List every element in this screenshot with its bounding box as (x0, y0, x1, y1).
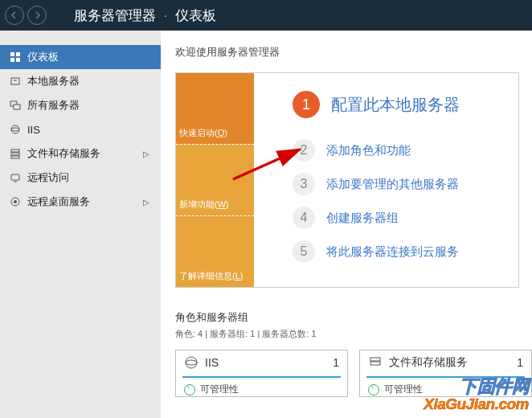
sidebar-item-label: 仪表板 (27, 50, 151, 64)
watermark-line1: 下固件网 (424, 378, 529, 395)
svg-rect-13 (11, 174, 19, 180)
welcome-title: 欢迎使用服务器管理器 (175, 45, 532, 59)
sidebar-item-label: 所有服务器 (27, 98, 151, 113)
steps-list: 1 配置此本地服务器 2 添加角色和功能 3 添加要管理的其他服务器 4 创建服… (254, 73, 518, 287)
servers-icon (10, 100, 21, 111)
server-icon (10, 76, 21, 87)
svg-rect-4 (11, 78, 19, 84)
roles-title: 角色和服务器组 (175, 310, 532, 325)
svg-rect-2 (10, 58, 14, 62)
app-title: 服务器管理器 (74, 6, 156, 25)
watermark: 下固件网 XiaGuJian.com (424, 378, 529, 413)
status-ok-icon (184, 384, 195, 395)
sidebar-item-all-servers[interactable]: 所有服务器 (0, 93, 161, 117)
svg-rect-20 (370, 358, 380, 361)
sidebar-item-label: IIS (27, 124, 151, 136)
svg-point-16 (14, 200, 17, 203)
sidebar-item-label: 远程桌面服务 (27, 195, 151, 209)
role-tile-iis[interactable]: IIS 1 可管理性 (175, 350, 348, 397)
arrow-right-icon (33, 11, 41, 19)
sidebar-item-label: 远程访问 (27, 170, 151, 185)
sidebar-item-label: 文件和存储服务 (27, 146, 151, 161)
svg-rect-7 (14, 104, 20, 109)
remote-icon (10, 172, 21, 183)
dashboard-icon (10, 51, 21, 63)
role-count: 1 (517, 356, 523, 369)
svg-point-18 (186, 357, 197, 368)
arrow-left-icon (10, 11, 18, 19)
rds-icon (10, 196, 21, 207)
sidebar-item-storage[interactable]: 文件和存储服务 ▷ (0, 141, 161, 166)
role-name: IIS (205, 356, 333, 369)
svg-point-8 (11, 125, 19, 133)
tile-learnmore[interactable]: 了解详细信息(L) (176, 215, 254, 287)
step-cloud[interactable]: 5 将此服务器连接到云服务 (293, 240, 509, 263)
quickstart-panel: 快速启动(Q) 新增功能(W) 了解详细信息(L) 1 配置此本地服务器 2 添… (175, 72, 519, 288)
svg-rect-12 (11, 156, 19, 158)
svg-rect-3 (16, 58, 20, 62)
step-number: 3 (293, 173, 315, 195)
content-area: 欢迎使用服务器管理器 快速启动(Q) 新增功能(W) 了解详细信息(L) 1 配… (161, 31, 532, 418)
storage-icon (10, 148, 21, 159)
watermark-line2: XiaGuJian.com (424, 395, 529, 413)
step-add-roles[interactable]: 2 添加角色和功能 (293, 139, 509, 162)
roles-subtitle: 角色: 4 | 服务器组: 1 | 服务器总数: 1 (175, 328, 532, 340)
step-number: 2 (293, 139, 315, 162)
chevron-right-icon: ▷ (143, 150, 149, 158)
step-text: 添加角色和功能 (326, 143, 411, 158)
step-number: 1 (293, 91, 320, 118)
tile-whatsnew[interactable]: 新增功能(W) (176, 144, 254, 215)
role-count: 1 (333, 356, 339, 369)
header-bar: 服务器管理器 · 仪表板 (0, 0, 532, 31)
iis-icon (10, 124, 21, 135)
step-add-servers[interactable]: 3 添加要管理的其他服务器 (293, 173, 509, 195)
step-text: 创建服务器组 (326, 211, 399, 226)
sidebar-item-iis[interactable]: IIS (0, 117, 161, 141)
sidebar-item-dashboard[interactable]: 仪表板 (0, 45, 161, 69)
iis-icon (184, 355, 198, 370)
svg-rect-1 (16, 52, 20, 56)
status-ok-icon (368, 384, 379, 395)
forward-button[interactable] (27, 6, 47, 25)
role-name: 文件和存储服务 (389, 355, 517, 370)
breadcrumb: 服务器管理器 · 仪表板 (74, 6, 216, 25)
step-text: 添加要管理的其他服务器 (326, 177, 459, 192)
svg-point-9 (11, 128, 19, 131)
sidebar-item-rds[interactable]: 远程桌面服务 ▷ (0, 190, 161, 214)
step-text: 配置此本地服务器 (331, 94, 460, 116)
page-title: 仪表板 (175, 6, 216, 25)
svg-rect-10 (11, 150, 19, 152)
sidebar: 仪表板 本地服务器 所有服务器 IIS 文件和存储服务 ▷ 远程访问 远程桌面服… (0, 31, 161, 418)
back-button[interactable] (5, 6, 24, 25)
tile-quickstart[interactable]: 快速启动(Q) (176, 73, 254, 144)
chevron-right-icon: ▷ (143, 198, 149, 207)
storage-icon (368, 355, 383, 370)
sidebar-item-label: 本地服务器 (27, 74, 151, 88)
svg-point-19 (186, 360, 197, 365)
tile-column: 快速启动(Q) 新增功能(W) 了解详细信息(L) (176, 73, 254, 287)
svg-rect-0 (10, 52, 14, 56)
role-row-text: 可管理性 (200, 383, 239, 396)
step-number: 4 (293, 207, 315, 229)
sidebar-item-local-server[interactable]: 本地服务器 (0, 69, 161, 93)
svg-rect-21 (370, 362, 380, 365)
step-text: 将此服务器连接到云服务 (326, 244, 459, 260)
svg-rect-11 (11, 153, 19, 155)
step-create-group[interactable]: 4 创建服务器组 (293, 207, 509, 229)
breadcrumb-sep: · (164, 9, 167, 22)
step-configure[interactable]: 1 配置此本地服务器 (293, 91, 509, 118)
role-row-text: 可管理性 (384, 383, 423, 396)
sidebar-item-remote-access[interactable]: 远程访问 (0, 166, 161, 190)
step-number: 5 (293, 240, 315, 263)
